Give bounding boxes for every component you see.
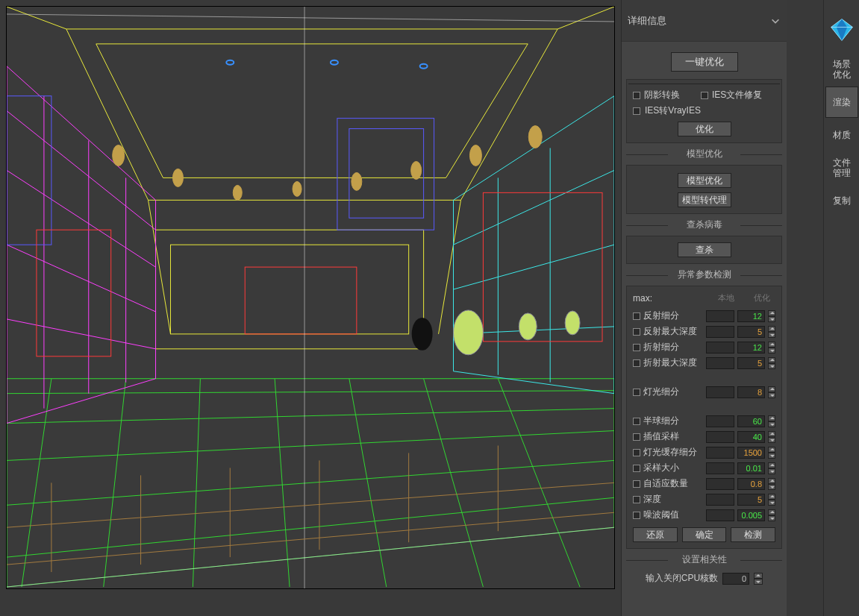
param-local-value[interactable] xyxy=(706,494,734,506)
param-checkbox[interactable] xyxy=(633,449,640,456)
param-spinner[interactable] xyxy=(768,509,775,521)
param-spinner[interactable] xyxy=(768,310,775,322)
param-opt-value[interactable]: 40 xyxy=(737,431,766,443)
param-checkbox[interactable] xyxy=(633,418,640,425)
param-opt-value[interactable]: 5 xyxy=(737,326,766,338)
tool-copy[interactable]: 复制 xyxy=(825,185,858,216)
param-label: 灯光缓存细分 xyxy=(643,446,703,459)
param-opt-value[interactable]: 12 xyxy=(737,342,766,353)
param-spinner[interactable] xyxy=(768,342,775,353)
max-label: max: xyxy=(633,293,705,304)
param-checkbox[interactable] xyxy=(633,433,640,441)
param-local-value[interactable] xyxy=(706,509,734,521)
param-local-value[interactable] xyxy=(706,310,734,322)
param-checkbox[interactable] xyxy=(633,496,640,503)
param-checkbox[interactable] xyxy=(633,389,640,396)
param-spinner[interactable] xyxy=(768,357,775,369)
param-row: 反射细分12 xyxy=(633,309,775,322)
param-opt-value[interactable]: 5 xyxy=(737,357,766,369)
param-spinner[interactable] xyxy=(768,462,775,474)
3d-viewport[interactable] xyxy=(6,6,615,589)
param-spinner[interactable] xyxy=(768,326,775,338)
optimize-button[interactable]: 优化 xyxy=(678,122,731,136)
tool-scene-opt[interactable]: 场景 优化 xyxy=(825,54,858,85)
param-local-value[interactable] xyxy=(706,415,734,427)
param-local-value[interactable] xyxy=(706,431,734,443)
param-checkbox[interactable] xyxy=(633,512,640,519)
optimize-options-group: 阴影转换 IES文件修复 IES转VrayIES 优化 xyxy=(626,79,782,143)
param-checkbox[interactable] xyxy=(633,480,640,488)
svg-line-17 xyxy=(149,200,171,334)
tool-material[interactable]: 材质 xyxy=(825,119,858,151)
param-checkbox[interactable] xyxy=(633,312,640,320)
svg-point-48 xyxy=(293,181,302,196)
param-local-value[interactable] xyxy=(706,478,734,490)
wireframe-svg xyxy=(7,7,614,588)
model-optimize-button[interactable]: 模型优化 xyxy=(678,173,731,188)
param-row: 灯光缓存细分1500 xyxy=(633,446,775,459)
param-checkbox[interactable] xyxy=(633,465,640,472)
param-local-value[interactable] xyxy=(706,462,734,474)
param-opt-value[interactable]: 60 xyxy=(737,415,766,427)
detect-button[interactable]: 检测 xyxy=(731,527,775,542)
param-checkbox[interactable] xyxy=(633,359,640,367)
shadow-convert-checkbox[interactable] xyxy=(633,92,640,99)
param-row: 灯光细分8 xyxy=(633,386,775,398)
panel-title: 详细信息 xyxy=(628,14,764,28)
tool-strip: 场景 优化渲染材质文件 管理复制 xyxy=(823,0,859,616)
param-opt-value[interactable]: 12 xyxy=(737,310,766,322)
param-label: 采样大小 xyxy=(643,462,703,474)
param-spinner[interactable] xyxy=(768,415,775,427)
param-label: 折射细分 xyxy=(643,341,703,353)
param-row: 自适应数量0.8 xyxy=(633,477,775,490)
param-local-value[interactable] xyxy=(706,386,734,398)
model-proxy-button[interactable]: 模型转代理 xyxy=(678,192,731,207)
svg-line-18 xyxy=(439,200,461,334)
svg-point-47 xyxy=(233,185,242,200)
panel-header: 详细信息 xyxy=(622,0,787,42)
param-label: 噪波阈值 xyxy=(643,509,703,521)
param-label: 灯光细分 xyxy=(643,386,703,398)
svg-point-42 xyxy=(519,313,537,340)
svg-point-49 xyxy=(352,172,362,190)
svg-line-31 xyxy=(454,245,614,289)
param-spinner[interactable] xyxy=(768,494,775,506)
tool-file-mgr[interactable]: 文件 管理 xyxy=(825,152,858,183)
param-opt-value[interactable]: 0.01 xyxy=(737,462,766,474)
svg-rect-20 xyxy=(170,245,408,334)
cpu-spinner[interactable] xyxy=(754,573,763,585)
param-opt-value[interactable]: 0.005 xyxy=(737,509,766,521)
param-row: 采样大小0.01 xyxy=(633,462,775,474)
tool-render[interactable]: 渲染 xyxy=(825,87,858,118)
restore-button[interactable]: 还原 xyxy=(633,527,678,542)
svg-line-4 xyxy=(7,460,614,505)
svg-line-23 xyxy=(7,170,155,267)
svg-line-22 xyxy=(7,111,155,230)
model-opt-group: 模型优化 模型转代理 xyxy=(626,165,782,214)
param-checkbox[interactable] xyxy=(633,344,640,351)
param-local-value[interactable] xyxy=(706,326,734,338)
param-spinner[interactable] xyxy=(768,431,775,443)
param-local-value[interactable] xyxy=(706,447,734,459)
param-row: 深度5 xyxy=(633,493,775,506)
param-opt-value[interactable]: 5 xyxy=(737,494,766,506)
param-opt-value[interactable]: 1500 xyxy=(737,447,766,459)
ies-fix-checkbox[interactable] xyxy=(701,92,708,99)
param-spinner[interactable] xyxy=(768,447,775,459)
param-local-value[interactable] xyxy=(706,357,734,369)
param-spinner[interactable] xyxy=(768,478,775,490)
diamond-logo-icon[interactable] xyxy=(828,16,855,43)
one-click-optimize-button[interactable]: 一键优化 xyxy=(671,52,738,72)
param-spinner[interactable] xyxy=(768,386,775,398)
confirm-button[interactable]: 确定 xyxy=(682,527,727,542)
param-opt-value[interactable]: 0.8 xyxy=(737,478,766,490)
param-checkbox[interactable] xyxy=(633,328,640,336)
ies-vray-checkbox[interactable] xyxy=(633,107,640,115)
cpu-cores-input[interactable]: 0 xyxy=(722,573,749,585)
kill-virus-button[interactable]: 查杀 xyxy=(678,242,731,257)
svg-point-45 xyxy=(113,145,125,166)
param-local-value[interactable] xyxy=(706,342,734,353)
chevron-down-icon[interactable] xyxy=(770,16,781,26)
param-opt-value[interactable]: 8 xyxy=(737,386,766,398)
param-label: 半球细分 xyxy=(643,415,703,427)
